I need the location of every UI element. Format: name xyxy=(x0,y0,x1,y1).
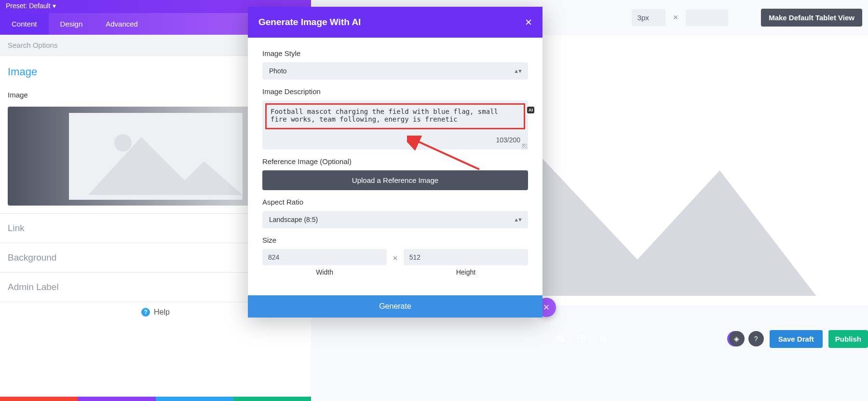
sort-icon[interactable] xyxy=(595,331,610,346)
image-description-wrap: AI 103/200 xyxy=(262,100,528,150)
action-strip xyxy=(0,397,311,401)
publish-button[interactable]: Publish xyxy=(828,330,868,348)
aspect-ratio-label: Aspect Ratio xyxy=(262,198,528,206)
width-input[interactable] xyxy=(262,249,387,265)
preset-label: Preset: Default xyxy=(6,2,51,10)
layers-icon: ◈ xyxy=(734,335,739,343)
action-redo[interactable] xyxy=(156,397,233,401)
question-icon: ? xyxy=(754,335,758,343)
action-delete[interactable] xyxy=(0,397,78,401)
action-save[interactable] xyxy=(233,397,311,401)
image-description-group: Image Description AI 103/200 xyxy=(262,87,528,150)
svg-point-1 xyxy=(114,134,132,152)
description-char-counter: 103/200 xyxy=(265,129,525,147)
tab-design[interactable]: Design xyxy=(49,13,95,35)
placeholder-image-icon xyxy=(69,113,243,200)
help-label: Help xyxy=(154,308,170,317)
aspect-ratio-group: Aspect Ratio Landscape (8:5) ▲▼ xyxy=(262,198,528,228)
textarea-resize-handle[interactable] xyxy=(522,144,527,149)
chevron-down-icon: ▾ xyxy=(53,2,56,10)
size-row: Width × Height xyxy=(262,249,528,276)
action-undo[interactable] xyxy=(78,397,155,401)
select-chevron-icon: ▲▼ xyxy=(514,68,521,74)
ai-modal-title: Generate Image With AI xyxy=(258,17,361,28)
bottom-circle-group: ◈ ? xyxy=(729,331,764,346)
builder-bottom-bar: ◈ ? Save Draft Publish xyxy=(542,329,868,349)
ai-modal-body: Image Style Photo ▲▼ Image Description A… xyxy=(248,38,542,280)
aspect-ratio-select[interactable]: Landscape (8:5) ▲▼ xyxy=(262,211,528,228)
image-style-value: Photo xyxy=(269,67,287,75)
ai-modal-header: Generate Image With AI × xyxy=(248,7,542,38)
select-chevron-icon: ▲▼ xyxy=(514,217,521,222)
height-input[interactable] xyxy=(404,249,528,265)
tab-advanced[interactable]: Advanced xyxy=(94,13,149,35)
settings-gear-icon[interactable] xyxy=(553,331,568,346)
height-col: Height xyxy=(404,249,528,276)
aspect-ratio-value: Landscape (8:5) xyxy=(269,216,318,223)
height-sublabel: Height xyxy=(456,268,475,276)
image-description-highlight: AI xyxy=(265,103,525,129)
reference-image-label: Reference Image (Optional) xyxy=(262,157,528,166)
close-icon: × xyxy=(543,301,550,314)
upload-reference-image-button[interactable]: Upload a Reference Image xyxy=(262,170,528,190)
width-col: Width xyxy=(262,249,387,276)
help-circle-button[interactable]: ? xyxy=(748,331,764,346)
image-style-select[interactable]: Photo ▲▼ xyxy=(262,62,528,80)
image-placeholder-svg xyxy=(69,113,243,200)
search-placeholder: Search Options xyxy=(8,41,57,49)
layers-button[interactable]: ◈ xyxy=(729,331,745,346)
history-clock-icon[interactable] xyxy=(574,331,589,346)
size-label: Size xyxy=(262,236,528,244)
toolbar-spacer-input[interactable] xyxy=(686,10,728,26)
reference-image-group: Reference Image (Optional) Upload a Refe… xyxy=(262,157,528,190)
clear-icon[interactable]: × xyxy=(670,13,681,23)
save-draft-button[interactable]: Save Draft xyxy=(770,330,823,348)
size-x-icon: × xyxy=(393,253,398,272)
tab-content[interactable]: Content xyxy=(0,13,49,35)
width-px-readout[interactable]: 3px xyxy=(632,9,665,26)
make-default-view-button[interactable]: Make Default Tablet View xyxy=(761,9,862,27)
image-style-label: Image Style xyxy=(262,49,528,57)
width-sublabel: Width xyxy=(316,268,333,276)
generate-image-ai-modal: Generate Image With AI × Image Style Pho… xyxy=(248,7,542,318)
ai-modal-close-button[interactable]: × xyxy=(525,15,532,29)
generate-button[interactable]: Generate xyxy=(248,295,542,318)
image-description-input[interactable] xyxy=(271,108,520,123)
size-group: Size Width × Height xyxy=(262,236,528,276)
ai-badge[interactable]: AI xyxy=(527,107,534,113)
image-description-label: Image Description xyxy=(262,87,528,96)
image-style-group: Image Style Photo ▲▼ xyxy=(262,49,528,80)
help-icon: ? xyxy=(141,308,150,317)
